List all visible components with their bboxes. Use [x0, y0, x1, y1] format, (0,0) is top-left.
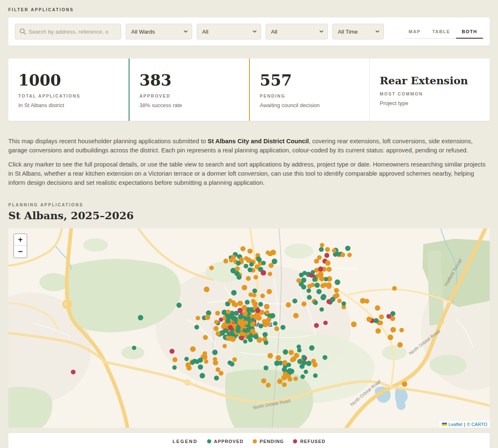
section-eyebrow: PLANNING APPLICATIONS [8, 203, 490, 207]
status-filter-select[interactable]: All [266, 24, 328, 39]
stat-value: 1000 [18, 72, 119, 89]
stat-value: Rear Extension [380, 72, 480, 87]
legend-label: APPROVED [214, 439, 244, 444]
stat-sub: In St Albans district [18, 102, 119, 108]
time-filter-select[interactable]: All Time [332, 24, 384, 39]
stat-label: TOTAL APPLICATIONS [18, 93, 119, 98]
legend-label: PENDING [260, 439, 284, 444]
stat-label: APPROVED [139, 93, 239, 98]
zoom-in-button[interactable]: + [14, 234, 27, 246]
search-icon [20, 28, 26, 35]
view-toggle: MAP TABLE BOTH [403, 25, 483, 39]
intro-paragraph-1: This map displays recent householder pla… [8, 137, 490, 155]
stats-row: 1000 TOTAL APPLICATIONS In St Albans dis… [8, 59, 490, 121]
intro-paragraph-2: Click any marker to see the full proposa… [8, 160, 490, 188]
ukraine-flag-icon [442, 423, 447, 426]
map[interactable]: ST ALBANS Hatfield Tunnel North Orbital … [8, 228, 490, 428]
filter-bar: All Wards All All All Time MAP TABLE BOT… [8, 17, 490, 46]
section-title: St Albans, 2025–2026 [8, 210, 490, 222]
legend-item-pending: PENDING [253, 439, 284, 444]
time-filter-wrap: All Time [332, 24, 384, 39]
map-attribution: Leaflet | © CARTO [439, 421, 490, 428]
refused-dot-icon [293, 439, 297, 443]
map-legend: LEGEND APPROVED PENDING REFUSED [8, 433, 490, 448]
stat-label: MOST COMMON [380, 91, 480, 96]
stat-sub: Project type [380, 100, 480, 106]
legend-label: REFUSED [300, 439, 325, 444]
pending-dot-icon [253, 439, 257, 443]
search-field-wrap [15, 24, 121, 39]
zoom-out-button[interactable]: − [14, 246, 27, 257]
stat-sub: Awaiting council decision [260, 102, 359, 108]
leaflet-link[interactable]: Leaflet [449, 422, 462, 427]
stat-value: 557 [260, 72, 359, 89]
approved-dot-icon [207, 439, 211, 443]
basemap: ST ALBANS Hatfield Tunnel North Orbital … [8, 228, 490, 428]
page: FILTER APPLICATIONS All Wards All All Al… [0, 0, 498, 448]
view-toggle-table[interactable]: TABLE [426, 25, 456, 39]
legend-item-approved: APPROVED [207, 439, 244, 444]
stat-approved: 383 APPROVED 38% success rate [129, 59, 249, 121]
legend-title: LEGEND [173, 439, 198, 444]
stat-pending: 557 PENDING Awaiting council decision [249, 59, 369, 121]
type-filter-select[interactable]: All [197, 24, 261, 39]
council-name: St Albans City and District Council [208, 138, 309, 144]
legend-item-refused: REFUSED [293, 439, 325, 444]
stat-sub: 38% success rate [139, 102, 239, 108]
ward-filter-wrap: All Wards [126, 24, 192, 39]
view-toggle-map[interactable]: MAP [403, 25, 427, 39]
type-filter-wrap: All [197, 24, 261, 39]
stat-value: 383 [139, 72, 239, 89]
view-toggle-both[interactable]: BOTH [456, 25, 483, 39]
stat-label: PENDING [260, 93, 359, 98]
map-zoom-control: + − [13, 233, 27, 258]
search-input[interactable] [15, 24, 121, 39]
intro-text: This map displays recent householder pla… [8, 137, 490, 188]
filter-section-label: FILTER APPLICATIONS [8, 7, 490, 12]
attribution-separator: | [464, 422, 465, 427]
carto-link[interactable]: © CARTO [467, 422, 487, 427]
status-filter-wrap: All [266, 24, 328, 39]
ward-filter-select[interactable]: All Wards [126, 24, 192, 39]
stat-total-applications: 1000 TOTAL APPLICATIONS In St Albans dis… [8, 59, 129, 121]
stat-most-common: Rear Extension MOST COMMON Project type [369, 59, 490, 121]
map-section-head: PLANNING APPLICATIONS St Albans, 2025–20… [8, 203, 490, 222]
